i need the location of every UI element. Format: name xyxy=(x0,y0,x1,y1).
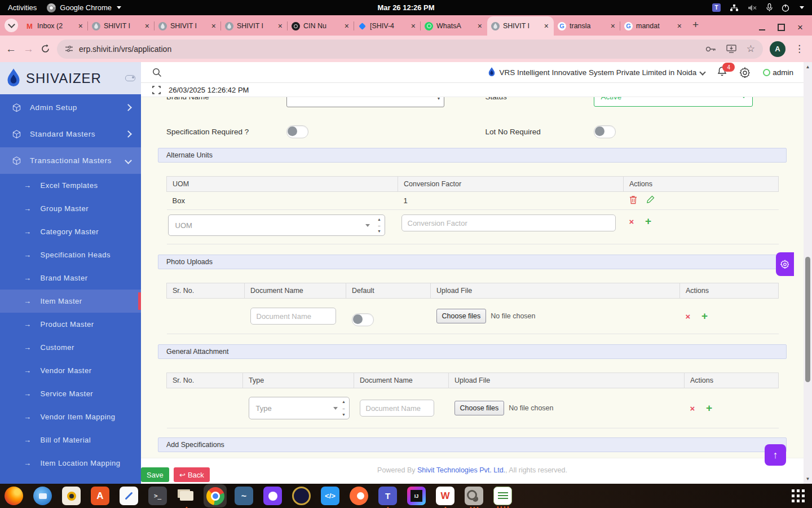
tab-translate[interactable]: G transla × xyxy=(554,16,620,36)
shivit-link[interactable]: Shivit Technologies Pvt. Ltd. xyxy=(417,466,505,474)
add-row-icon[interactable]: + xyxy=(645,215,651,227)
url-text[interactable]: erp.shivit.in/vrs/application xyxy=(79,45,700,54)
tab-close-icon[interactable]: × xyxy=(277,22,284,30)
add-row-icon[interactable]: + xyxy=(706,402,712,414)
teams-tray-icon[interactable]: T xyxy=(712,3,721,12)
sidebar-item-transactional-masters[interactable]: Transactional Masters xyxy=(0,147,141,174)
tab-shivit-3[interactable]: SHIVIT I × xyxy=(221,16,288,36)
install-app-icon[interactable] xyxy=(726,45,736,53)
dock-postman-icon[interactable] xyxy=(350,487,368,505)
bookmark-star-icon[interactable]: ☆ xyxy=(747,43,755,55)
tab-close-icon[interactable]: × xyxy=(676,22,683,30)
system-menu-caret-icon[interactable] xyxy=(800,6,804,9)
tab-cin[interactable]: CIN Nu × xyxy=(288,16,354,36)
tab-close-icon[interactable]: × xyxy=(210,22,217,30)
dock-thunderbird-icon[interactable] xyxy=(33,487,52,505)
sidebar-item-excel-templates[interactable]: →Excel Templates xyxy=(0,174,141,197)
settings-gear-icon[interactable] xyxy=(739,67,751,78)
scrollbar-track[interactable] xyxy=(804,72,812,474)
dock-wps-office-icon[interactable]: W xyxy=(436,487,454,505)
dock-chrome-icon[interactable] xyxy=(204,484,227,507)
dock-github-desktop-icon[interactable] xyxy=(263,487,282,505)
sidebar-item-bill-of-material[interactable]: →Bill of Material xyxy=(0,428,141,452)
dock-files-icon[interactable] xyxy=(177,487,196,505)
add-row-icon[interactable]: + xyxy=(701,310,708,322)
choose-files-button[interactable]: Choose files xyxy=(436,309,487,323)
profile-avatar[interactable]: A xyxy=(770,41,785,57)
type-select[interactable]: Type ▲–▼ xyxy=(249,397,350,419)
sidebar-item-brand-master[interactable]: →Brand Master xyxy=(0,266,141,290)
omnibox[interactable]: erp.shivit.in/vrs/application ☆ xyxy=(57,40,763,59)
dock-screenshot-tool-icon[interactable] xyxy=(465,487,483,505)
delete-icon[interactable] xyxy=(629,195,637,206)
password-key-icon[interactable] xyxy=(705,46,716,52)
theme-settings-fab[interactable] xyxy=(776,252,794,276)
sidebar-item-vendor-master[interactable]: →Vendor Master xyxy=(0,359,141,382)
browser-scrollbar[interactable]: ▲ ▼ xyxy=(804,62,812,484)
default-toggle[interactable] xyxy=(352,313,374,326)
status-select[interactable]: Active xyxy=(594,97,753,107)
dock-rhythmbox-icon[interactable] xyxy=(62,487,81,505)
restore-button[interactable] xyxy=(778,24,785,31)
dock-terminal-icon[interactable]: >_ xyxy=(148,487,167,505)
conversion-factor-input[interactable] xyxy=(401,214,616,231)
user-menu[interactable]: admin xyxy=(763,68,793,77)
tab-close-icon[interactable]: × xyxy=(543,22,550,30)
dock-text-editor-icon[interactable] xyxy=(120,487,138,505)
tab-mandate[interactable]: G mandat × xyxy=(620,16,687,36)
remove-row-icon[interactable]: × xyxy=(629,217,634,226)
attachment-document-name-input[interactable] xyxy=(360,400,434,417)
spec-required-toggle[interactable] xyxy=(286,125,308,138)
tab-shivit-2[interactable]: SHIVIT I × xyxy=(155,16,221,36)
sidebar-item-group-master[interactable]: →Group Master xyxy=(0,197,141,220)
tab-close-icon[interactable]: × xyxy=(144,22,151,30)
sidebar-item-vendor-item-mapping[interactable]: →Vendor Item Mapping xyxy=(0,405,141,428)
dock-eclipse-icon[interactable] xyxy=(292,487,311,505)
back-button[interactable]: ← xyxy=(6,43,16,55)
choose-files-button[interactable]: Choose files xyxy=(454,401,505,415)
reload-button[interactable] xyxy=(41,44,50,54)
sidebar-item-service-master[interactable]: →Service Master xyxy=(0,382,141,405)
remove-row-icon[interactable]: × xyxy=(686,312,691,321)
scroll-to-top-button[interactable]: ↑ xyxy=(765,444,786,466)
dock-teams-icon[interactable]: T xyxy=(378,487,397,505)
fullscreen-icon[interactable] xyxy=(152,86,161,94)
sidebar-item-standard-masters[interactable]: Standard Masters xyxy=(0,121,141,147)
sidebar-item-specification-heads[interactable]: →Specification Heads xyxy=(0,243,141,266)
new-tab-button[interactable]: + xyxy=(692,19,699,31)
brand-name-select[interactable]: –▼ xyxy=(286,97,444,107)
tab-close-icon[interactable]: × xyxy=(476,22,483,30)
sidebar-item-customer[interactable]: →Customer xyxy=(0,336,141,359)
tab-shivit-active[interactable]: SHIVIT I × xyxy=(487,16,554,36)
search-icon[interactable] xyxy=(152,68,162,77)
scroll-up-arrow[interactable]: ▲ xyxy=(806,62,810,72)
activities-button[interactable]: Activities xyxy=(8,3,37,12)
sidebar-item-item-master[interactable]: →Item Master xyxy=(0,290,141,313)
dock-firefox-icon[interactable] xyxy=(5,487,23,505)
sidebar-item-category-master[interactable]: →Category Master xyxy=(0,220,141,243)
tab-jira[interactable]: [SHIV-4 × xyxy=(354,16,421,36)
clock[interactable]: Mar 26 12:26 PM xyxy=(245,3,567,12)
power-icon[interactable] xyxy=(782,4,789,12)
tab-whatsapp[interactable]: WhatsA × xyxy=(421,16,487,36)
sidebar-item-admin-setup[interactable]: Admin Setup xyxy=(0,94,141,121)
uom-select[interactable]: UOM ▲–▼ xyxy=(168,214,385,236)
dock-ubuntu-software-icon[interactable]: A xyxy=(91,487,109,505)
tab-close-icon[interactable]: × xyxy=(77,22,84,30)
browser-menu-icon[interactable]: ⋮ xyxy=(792,43,806,55)
sidebar-item-product-master[interactable]: →Product Master xyxy=(0,313,141,336)
dock-mysql-workbench-icon[interactable]: ~ xyxy=(235,487,253,505)
edit-pencil-icon[interactable] xyxy=(647,195,655,206)
minimize-button[interactable] xyxy=(759,25,765,30)
scrollbar-thumb[interactable] xyxy=(805,257,810,382)
close-window-button[interactable]: × xyxy=(797,24,803,31)
dock-intellij-icon[interactable] xyxy=(407,487,426,505)
app-menu[interactable]: Google Chrome xyxy=(47,3,121,12)
tab-close-icon[interactable]: × xyxy=(343,22,350,30)
tab-search-button[interactable] xyxy=(5,19,18,32)
remove-row-icon[interactable]: × xyxy=(690,404,695,413)
forward-button[interactable]: → xyxy=(23,43,34,55)
scroll-down-arrow[interactable]: ▼ xyxy=(806,474,810,484)
dock-app-grid-icon[interactable] xyxy=(789,487,807,505)
tab-close-icon[interactable]: × xyxy=(410,22,417,30)
